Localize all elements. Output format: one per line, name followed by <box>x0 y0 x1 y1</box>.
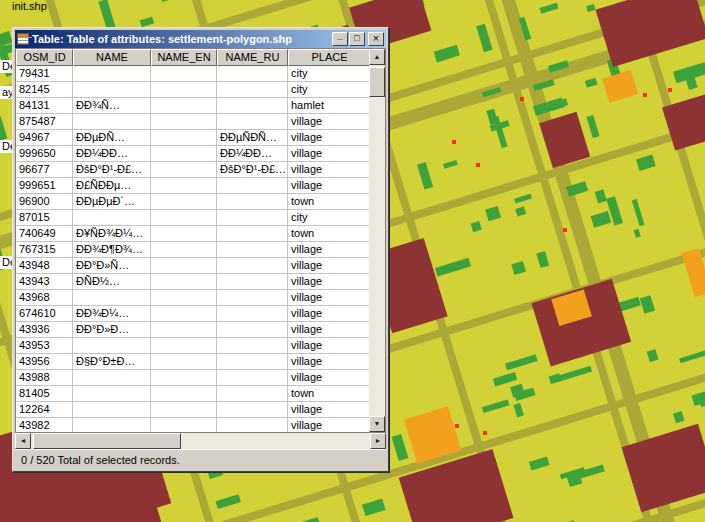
cell-name_ru <box>217 98 288 114</box>
horizontal-scroll-track[interactable] <box>31 433 370 449</box>
table-row[interactable]: 81405town <box>16 386 369 402</box>
map-red-dot <box>455 424 459 428</box>
horizontal-scroll-thumb[interactable] <box>33 433 181 449</box>
table-row[interactable]: 12264village <box>16 402 369 418</box>
cell-name <box>73 370 151 386</box>
table-row[interactable]: 875487village <box>16 114 369 130</box>
cell-place: town <box>288 226 369 242</box>
cell-osm_id: 79431 <box>16 66 73 82</box>
cell-name: ÐÑÐ½… <box>73 274 151 290</box>
table-row[interactable]: 43988village <box>16 370 369 386</box>
cell-name_en <box>151 338 217 354</box>
maximize-button[interactable]: □ <box>349 32 365 46</box>
map-canvas[interactable]: init.shp Def ay Def Def Table: Table of … <box>0 0 705 522</box>
table-body[interactable]: 79431city82145city84131ÐÐ¾Ñ…hamlet875487… <box>16 66 369 432</box>
table-row[interactable]: 96677ÐšÐ°Ð¹-Ð£…ÐšÐ°Ð¹-Ð£…village <box>16 162 369 178</box>
cell-name_en <box>151 322 217 338</box>
cell-name: ÐÐ¾Ð¼… <box>73 306 151 322</box>
table-row[interactable]: 674610ÐÐ¾Ð¼…village <box>16 306 369 322</box>
table-row[interactable]: 43936ÐÐ°Ð»Ð…village <box>16 322 369 338</box>
vertical-scroll-thumb[interactable] <box>369 67 385 97</box>
table-row[interactable]: 43948ÐÐ°Ð»Ñ…village <box>16 258 369 274</box>
table-row[interactable]: 740649Ð¥ÑÐ¾Ð¼…town <box>16 226 369 242</box>
cell-name_ru <box>217 338 288 354</box>
cell-osm_id: 94967 <box>16 130 73 146</box>
selected-records-status: 0 / 520 Total of selected records. <box>21 454 180 466</box>
cell-osm_id: 43956 <box>16 354 73 370</box>
scroll-right-button[interactable]: ► <box>370 433 386 449</box>
map-red-dot <box>563 228 567 232</box>
column-header-name_ru[interactable]: NAME_RU <box>217 49 288 66</box>
scroll-left-button[interactable]: ◄ <box>15 433 31 449</box>
cell-name: ÐÐ¾Ð¶Ð¾… <box>73 242 151 258</box>
cell-name: ÐÐµÐÑ… <box>73 130 151 146</box>
vertical-scroll-track[interactable] <box>369 65 385 416</box>
cell-place: city <box>288 66 369 82</box>
cell-name: ÐÐ¼ÐÐ… <box>73 146 151 162</box>
close-icon: × <box>373 32 379 44</box>
cell-name <box>73 290 151 306</box>
cell-osm_id: 81405 <box>16 386 73 402</box>
cell-place: village <box>288 322 369 338</box>
cell-name <box>73 66 151 82</box>
cell-name_en <box>151 386 217 402</box>
cell-osm_id: 43936 <box>16 322 73 338</box>
cell-name_en <box>151 226 217 242</box>
cell-name_ru <box>217 210 288 226</box>
close-button[interactable]: × <box>368 32 384 46</box>
column-header-osm_id[interactable]: OSM_ID <box>16 49 73 66</box>
window-client-area: OSM_IDNAMENAME_ENNAME_RUPLACE 79431city8… <box>15 48 386 469</box>
table-row[interactable]: 999650ÐÐ¼ÐÐ…ÐÐ¼ÐÐ…village <box>16 146 369 162</box>
cell-osm_id: 43988 <box>16 370 73 386</box>
cell-name_en <box>151 418 217 432</box>
table-row[interactable]: 43953village <box>16 338 369 354</box>
table-window-icon <box>17 33 29 45</box>
minimize-icon: _ <box>337 31 342 42</box>
column-header-name[interactable]: NAME <box>73 49 151 66</box>
table-row[interactable]: 82145city <box>16 82 369 98</box>
table-row[interactable]: 96900ÐÐµÐµÐ´…town <box>16 194 369 210</box>
cell-name: ÐÐ°Ð»Ð… <box>73 322 151 338</box>
table-row[interactable]: 94967ÐÐµÐÑ…ÐÐµÑÐÑ…village <box>16 130 369 146</box>
horizontal-scrollbar[interactable]: ◄ ► <box>15 433 386 449</box>
table-row[interactable]: 43956Ð§Ð°Ð±Ð…village <box>16 354 369 370</box>
cell-name_en <box>151 66 217 82</box>
table-row[interactable]: 999651Ð£ÑÐÐµ…village <box>16 178 369 194</box>
cell-name_ru <box>217 418 288 432</box>
table-row[interactable]: 43982village <box>16 418 369 432</box>
cell-name_en <box>151 178 217 194</box>
scroll-up-button[interactable]: ▲ <box>369 49 385 65</box>
cell-osm_id: 875487 <box>16 114 73 130</box>
cell-osm_id: 96900 <box>16 194 73 210</box>
cell-name_en <box>151 258 217 274</box>
table-row[interactable]: 43943ÐÑÐ½…village <box>16 274 369 290</box>
cell-osm_id: 999651 <box>16 178 73 194</box>
cell-name_en <box>151 98 217 114</box>
cell-osm_id: 96677 <box>16 162 73 178</box>
cell-name: Ð§Ð°Ð±Ð… <box>73 354 151 370</box>
cell-name: ÐÐ¾Ñ… <box>73 98 151 114</box>
cell-osm_id: 87015 <box>16 210 73 226</box>
cell-name_en <box>151 370 217 386</box>
cell-place: village <box>288 130 369 146</box>
table-row[interactable]: 87015city <box>16 210 369 226</box>
cell-name_ru <box>217 258 288 274</box>
cell-name_en <box>151 162 217 178</box>
table-row[interactable]: 767315ÐÐ¾Ð¶Ð¾…village <box>16 242 369 258</box>
column-header-name_en[interactable]: NAME_EN <box>151 49 217 66</box>
cell-osm_id: 740649 <box>16 226 73 242</box>
cell-osm_id: 43953 <box>16 338 73 354</box>
table-row[interactable]: 79431city <box>16 66 369 82</box>
cell-name_ru <box>217 194 288 210</box>
window-title: Table: Table of attributes: settlement-p… <box>32 33 329 45</box>
minimize-button[interactable]: _ <box>332 32 348 46</box>
cell-name_en <box>151 130 217 146</box>
scroll-down-button[interactable]: ▼ <box>369 416 385 432</box>
table-row[interactable]: 84131ÐÐ¾Ñ…hamlet <box>16 98 369 114</box>
vertical-scrollbar[interactable]: ▲ ▼ <box>369 49 385 432</box>
window-titlebar[interactable]: Table: Table of attributes: settlement-p… <box>15 30 386 48</box>
table-row[interactable]: 43968village <box>16 290 369 306</box>
cell-place: village <box>288 114 369 130</box>
cell-place: city <box>288 210 369 226</box>
column-header-place[interactable]: PLACE <box>288 49 369 66</box>
